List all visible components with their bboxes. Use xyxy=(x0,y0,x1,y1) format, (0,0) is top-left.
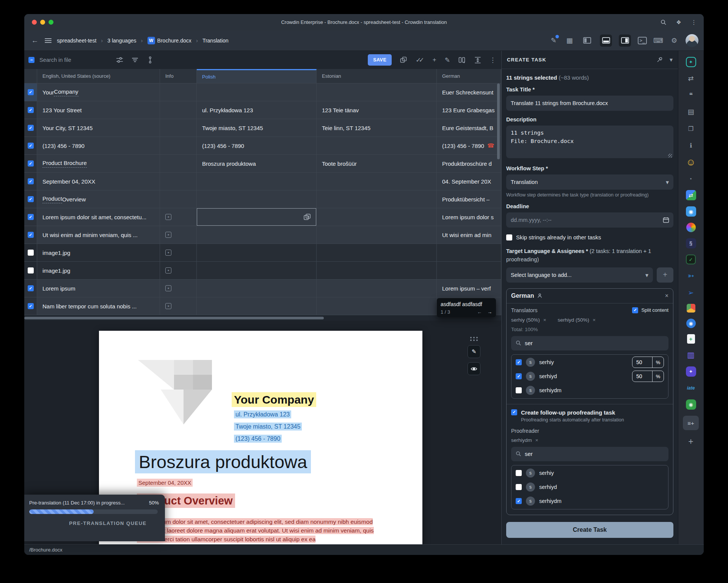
table-row[interactable]: image1.jpg ✶ xyxy=(24,262,501,280)
workflow-step-select[interactable]: Translation xyxy=(506,174,673,190)
description-textarea[interactable]: 11 strings File: Brochure.docx xyxy=(506,126,673,158)
row-checkbox[interactable] xyxy=(28,178,34,184)
proofreader-option[interactable]: s serhiyd xyxy=(511,480,668,494)
proofreader-search-input[interactable] xyxy=(525,451,664,457)
estonian-cell[interactable]: Teie linn, ST 12345 xyxy=(317,119,437,137)
edit-preview-button[interactable]: ✎ xyxy=(468,345,480,358)
row-checkbox[interactable] xyxy=(28,303,34,309)
display-settings-icon[interactable] xyxy=(116,57,123,63)
zoom-window-button[interactable] xyxy=(49,20,53,25)
grid-view-icon[interactable]: ▦ xyxy=(565,36,574,45)
minimize-window-button[interactable] xyxy=(40,20,45,25)
row-checkbox[interactable] xyxy=(28,107,34,113)
table-row[interactable]: September 04, 20XX 04. September 20X xyxy=(24,173,501,190)
filter-icon[interactable] xyxy=(132,57,138,63)
estonian-cell[interactable] xyxy=(317,190,437,208)
file-context-icon[interactable]: ℹ xyxy=(686,140,696,151)
column-source[interactable]: English, United States (source) xyxy=(37,69,160,83)
table-row[interactable]: (123) 456 - 7890 (123) 456 - 7890 (123) … xyxy=(24,137,501,155)
german-cell[interactable]: 123 Eure Grabesgas xyxy=(437,101,501,119)
polish-cell[interactable]: Twoje miasto, ST 12345 xyxy=(197,119,317,137)
sort-merge-icon[interactable] xyxy=(147,56,154,64)
german-cell[interactable]: (123) 456 - 7890☎ xyxy=(437,137,501,154)
string-info-icon[interactable]: ✶ xyxy=(165,214,171,220)
row-checkbox[interactable] xyxy=(28,196,34,202)
polish-cell-selected[interactable] xyxy=(197,208,317,226)
remove-tag-icon[interactable]: × xyxy=(535,437,538,443)
preview-eye-app-icon[interactable]: ◉ xyxy=(686,206,696,217)
estonian-cell[interactable] xyxy=(317,208,437,226)
german-cell[interactable]: Produktbroschüre d xyxy=(437,155,501,172)
compose-notes-icon[interactable]: ✎ xyxy=(549,36,558,45)
horizontal-scrollbar[interactable] xyxy=(24,315,501,321)
table-row[interactable]: Your Company Euer Schreckensunt xyxy=(24,83,501,101)
table-row[interactable]: 123 Your Street ul. Przykładowa 123 123 … xyxy=(24,101,501,119)
source-cell[interactable]: Nam liber tempor cum soluta nobis ... xyxy=(37,297,160,315)
bird-app-icon[interactable]: ➢ xyxy=(686,287,696,298)
german-cell[interactable]: Euer Schreckensunt xyxy=(437,83,501,101)
cube-app-icon[interactable] xyxy=(687,304,695,313)
extensions-icon[interactable]: ❖ xyxy=(675,19,682,26)
edit-icon[interactable]: ✎ xyxy=(445,56,450,64)
row-checkbox[interactable] xyxy=(28,160,34,167)
polish-cell[interactable] xyxy=(197,173,317,190)
preview-doc-title[interactable]: Broszura produktowa xyxy=(135,451,311,472)
source-cell[interactable]: (123) 456 - 7890 xyxy=(37,137,160,154)
dove-app-icon[interactable]: ➳ xyxy=(686,270,696,281)
language-select[interactable]: Select language to add... xyxy=(506,267,653,283)
glossary-card-icon[interactable]: ▤ xyxy=(686,107,696,117)
row-checkbox[interactable] xyxy=(28,89,34,95)
german-cell[interactable]: Eure Geisterstadt, B xyxy=(437,119,501,137)
search-input[interactable] xyxy=(39,57,108,63)
iate-app-icon[interactable]: iate xyxy=(687,383,695,393)
layout-bottom-panel-icon[interactable] xyxy=(600,35,612,47)
polish-cell[interactable] xyxy=(197,226,317,244)
source-cell[interactable]: Lorem ipsum dolor sit amet, consectetu..… xyxy=(37,208,160,226)
estonian-cell[interactable] xyxy=(317,280,437,297)
estonian-cell[interactable] xyxy=(317,137,437,154)
polish-cell[interactable] xyxy=(197,280,317,297)
table-row[interactable]: Ut wisi enim ad minim veniam, quis ... ✶… xyxy=(24,226,501,244)
video-eye-app-icon[interactable]: ◉ xyxy=(686,319,696,328)
preview-doc-body[interactable]: Lorem ipsum dolor sit amet, consectetuer… xyxy=(137,517,387,544)
green-eye-app-icon[interactable]: ◉ xyxy=(686,399,696,410)
estonian-cell[interactable] xyxy=(317,244,437,261)
polish-cell[interactable] xyxy=(197,262,317,279)
share-input[interactable]: % xyxy=(632,357,664,368)
calendar-icon[interactable] xyxy=(663,217,669,223)
translator-option[interactable]: s serhiy % xyxy=(511,355,668,369)
notes-add-icon[interactable]: ≡+ xyxy=(683,416,699,430)
table-row[interactable]: Product Brochure Broszura produktowa Too… xyxy=(24,155,501,173)
polish-cell[interactable]: (123) 456 - 7890 xyxy=(197,137,317,154)
estonian-cell[interactable] xyxy=(317,262,437,279)
translator-option[interactable]: s serhiydm xyxy=(511,383,668,398)
duplicates-icon[interactable]: ❐ xyxy=(686,123,696,134)
ai-assistant-icon[interactable]: ✦ xyxy=(686,57,696,67)
table-row[interactable]: Nam liber tempor cum soluta nobis ... ✶ xyxy=(24,297,501,315)
option-checkbox[interactable] xyxy=(516,359,522,365)
split-content-checkbox[interactable] xyxy=(632,307,638,313)
source-cell[interactable]: image1.jpg xyxy=(37,262,160,279)
breadcrumb-project[interactable]: spreadsheet-test xyxy=(57,38,96,44)
string-info-icon[interactable]: ✶ xyxy=(165,303,171,309)
remove-tag-icon[interactable]: × xyxy=(593,317,596,323)
menu-icon[interactable] xyxy=(45,38,52,43)
split-panes-app-icon[interactable]: ▥ xyxy=(686,350,696,360)
breadcrumb-file[interactable]: W Brochure.docx xyxy=(147,37,191,44)
estonian-cell[interactable] xyxy=(317,226,437,244)
german-cell[interactable]: 04. September 20X xyxy=(437,173,501,190)
preview-doc-date[interactable]: September 04, 20XX xyxy=(137,479,193,486)
close-window-button[interactable] xyxy=(32,20,37,25)
followup-proofreading-checkbox[interactable] xyxy=(511,409,517,415)
purple-app-icon[interactable]: ✦ xyxy=(686,366,696,377)
deadline-input[interactable]: dd.mm.yyyy, --:-- xyxy=(506,212,673,228)
table-row[interactable]: Product Overview Produktübersicht – xyxy=(24,190,501,208)
polish-cell[interactable] xyxy=(197,244,317,261)
source-cell[interactable]: Product Overview xyxy=(37,190,160,208)
polish-cell[interactable]: Broszura produktowa xyxy=(197,155,317,172)
table-row[interactable]: Lorem ipsum ✶ Lorem ipsum – verf xyxy=(24,280,501,297)
string-info-icon[interactable]: ✶ xyxy=(165,267,171,273)
source-cell[interactable]: Your City, ST 12345 xyxy=(37,119,160,137)
estonian-cell[interactable]: 123 Teie tänav xyxy=(317,101,437,119)
source-cell[interactable]: Your Company xyxy=(37,83,160,101)
